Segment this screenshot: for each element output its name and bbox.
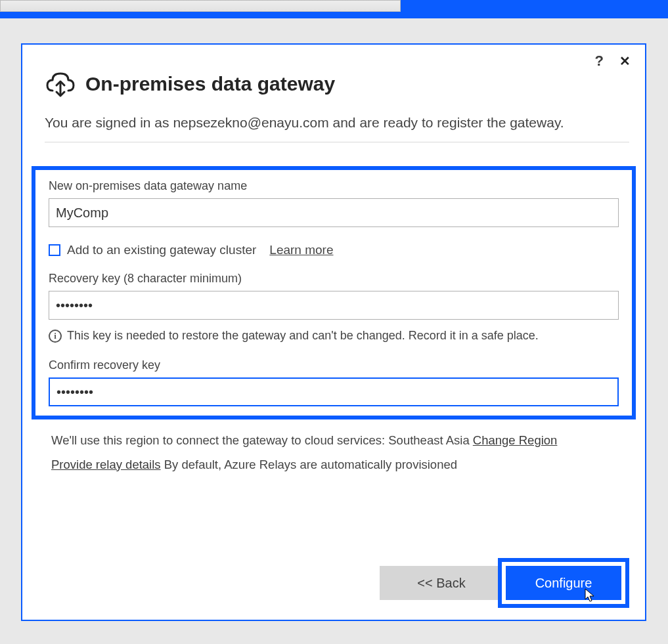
dialog-header: On-premises data gateway <box>45 68 629 100</box>
help-icon[interactable]: ? <box>595 53 604 70</box>
recovery-key-label: Recovery key (8 character minimum) <box>49 272 619 286</box>
cluster-checkbox-row: Add to an existing gateway cluster Learn… <box>49 243 619 257</box>
region-prefix: We'll use this region to connect the gat… <box>51 433 388 447</box>
browser-tab-area <box>0 0 401 12</box>
recovery-info-text: This key is needed to restore the gatewa… <box>67 329 539 343</box>
signin-prefix: You are signed in as <box>45 115 173 130</box>
signin-suffix: and are ready to register the gateway. <box>329 115 564 130</box>
relay-suffix: By default, Azure Relays are automatical… <box>161 458 457 471</box>
dialog-title: On-premises data gateway <box>85 73 335 95</box>
recovery-info-row: i This key is needed to restore the gate… <box>49 329 619 343</box>
signin-status: You are signed in as nepsezekno@enayu.co… <box>45 113 629 142</box>
relay-details-link[interactable]: Provide relay details <box>51 458 161 471</box>
region-name: Southeast Asia <box>388 433 473 447</box>
cursor-icon <box>585 588 596 603</box>
recovery-key-input[interactable] <box>49 291 619 320</box>
configure-label: Configure <box>535 576 592 590</box>
change-region-link[interactable]: Change Region <box>473 433 558 447</box>
learn-more-link[interactable]: Learn more <box>269 243 333 257</box>
close-icon[interactable]: ✕ <box>617 53 633 69</box>
confirm-key-input[interactable] <box>49 377 619 406</box>
region-info: We'll use this region to connect the gat… <box>51 429 629 476</box>
gateway-name-label: New on-premises data gateway name <box>49 179 619 193</box>
back-button[interactable]: << Back <box>380 566 503 600</box>
dialog-action-icons: ? ✕ <box>595 53 633 70</box>
window-top-bar <box>0 0 668 18</box>
form-highlight-region: New on-premises data gateway name Add to… <box>32 166 636 419</box>
gateway-config-dialog: ? ✕ On-premises data gateway You are sig… <box>21 43 646 621</box>
gateway-name-input[interactable] <box>49 198 619 227</box>
configure-button[interactable]: Configure <box>506 566 621 600</box>
cloud-upload-icon <box>45 68 76 100</box>
signin-email: nepsezekno@enayu.com <box>173 115 328 130</box>
dialog-buttons: << Back Configure <box>380 558 629 608</box>
add-cluster-label: Add to an existing gateway cluster <box>67 243 256 257</box>
info-icon: i <box>49 330 62 343</box>
configure-highlight: Configure <box>498 558 629 608</box>
add-cluster-checkbox[interactable] <box>49 244 60 256</box>
confirm-key-label: Confirm recovery key <box>49 358 619 372</box>
